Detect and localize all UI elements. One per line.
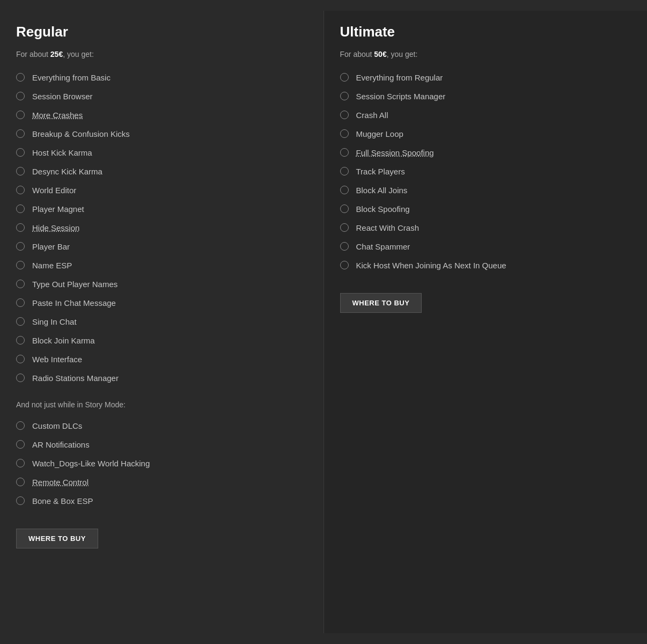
feature-text: Mugger Loop: [356, 128, 403, 140]
feature-text: Custom DLCs: [32, 420, 82, 431]
regular-price: 25€: [50, 50, 63, 58]
feature-text: Remote Control: [32, 477, 89, 488]
list-item: Breakup & Confusion Kicks: [16, 125, 307, 143]
list-item: Bone & Box ESP: [16, 492, 307, 510]
feature-text: React With Crash: [356, 222, 420, 233]
list-item: Everything from Basic: [16, 68, 307, 87]
feature-text: Block Join Karma: [32, 335, 95, 346]
bullet-icon: [340, 129, 349, 138]
list-item: World Editor: [16, 181, 307, 200]
feature-text: Player Bar: [32, 241, 70, 252]
bullet-icon: [16, 186, 25, 194]
list-item: Session Browser: [16, 87, 307, 106]
list-item: Paste In Chat Message: [16, 294, 307, 312]
feature-text: Track Players: [356, 166, 405, 177]
list-item: Remote Control: [16, 473, 307, 492]
bullet-icon: [340, 204, 349, 213]
bullet-icon: [340, 242, 349, 251]
regular-title: Regular: [16, 24, 307, 40]
bullet-icon: [16, 167, 25, 175]
ultimate-subtitle-prefix: For about: [340, 50, 374, 58]
bullet-icon: [340, 92, 349, 100]
regular-column: Regular For about 25€, you get: Everythi…: [0, 11, 324, 633]
feature-text: Web Interface: [32, 354, 82, 365]
bullet-icon: [340, 111, 349, 119]
bullet-icon: [16, 280, 25, 288]
list-item: Block Spoofing: [340, 200, 631, 218]
bullet-icon: [340, 73, 349, 82]
list-item: AR Notifications: [16, 435, 307, 454]
feature-text: Name ESP: [32, 260, 72, 271]
list-item: Session Scripts Manager: [340, 87, 631, 106]
feature-text: AR Notifications: [32, 439, 90, 450]
bullet-icon: [16, 261, 25, 269]
feature-text: Chat Spammer: [356, 241, 410, 252]
bullet-icon: [340, 148, 349, 157]
pricing-container: Regular For about 25€, you get: Everythi…: [0, 0, 647, 644]
regular-where-to-buy-button[interactable]: WHERE TO BUY: [16, 529, 98, 548]
list-item: Sing In Chat: [16, 312, 307, 331]
list-item: Watch_Dogs-Like World Hacking: [16, 454, 307, 473]
feature-text: Player Magnet: [32, 203, 84, 215]
bullet-icon: [16, 478, 25, 486]
feature-text: Hide Session: [32, 222, 79, 233]
list-item: Chat Spammer: [340, 237, 631, 256]
feature-text: Kick Host When Joining As Next In Queue: [356, 260, 506, 271]
list-item: Block All Joins: [340, 181, 631, 200]
feature-text: Desync Kick Karma: [32, 166, 102, 177]
bullet-icon: [16, 440, 25, 449]
list-item: Type Out Player Names: [16, 275, 307, 294]
regular-subtitle: For about 25€, you get:: [16, 50, 307, 58]
feature-text: Everything from Regular: [356, 72, 443, 83]
feature-text: Radio Stations Manager: [32, 372, 119, 384]
bullet-icon: [16, 336, 25, 345]
bullet-icon: [340, 261, 349, 269]
list-item: Player Magnet: [16, 200, 307, 218]
list-item: Block Join Karma: [16, 331, 307, 350]
ultimate-where-to-buy-button[interactable]: WHERE TO BUY: [340, 293, 422, 313]
bullet-icon: [16, 317, 25, 326]
feature-text: Full Session Spoofing: [356, 147, 434, 158]
ultimate-title: Ultimate: [340, 24, 631, 40]
list-item: Hide Session: [16, 218, 307, 237]
list-item: More Crashes: [16, 106, 307, 125]
feature-text: Block Spoofing: [356, 203, 410, 215]
bullet-icon: [16, 374, 25, 382]
ultimate-price: 50€: [374, 50, 386, 58]
feature-text: Block All Joins: [356, 185, 408, 196]
bullet-icon: [16, 204, 25, 213]
list-item: Crash All: [340, 106, 631, 125]
regular-section-note: And not just while in Story Mode:: [16, 400, 307, 409]
bullet-icon: [16, 223, 25, 232]
regular-subtitle-suffix: , you get:: [63, 50, 94, 58]
bullet-icon: [16, 148, 25, 157]
bullet-icon: [16, 129, 25, 138]
feature-text: Session Scripts Manager: [356, 91, 446, 102]
ultimate-subtitle: For about 50€, you get:: [340, 50, 631, 58]
ultimate-subtitle-suffix: , you get:: [387, 50, 418, 58]
list-item: React With Crash: [340, 218, 631, 237]
feature-text: Breakup & Confusion Kicks: [32, 128, 130, 140]
list-item: Host Kick Karma: [16, 143, 307, 162]
list-item: Mugger Loop: [340, 125, 631, 143]
ultimate-feature-list: Everything from RegularSession Scripts M…: [340, 68, 631, 275]
list-item: Everything from Regular: [340, 68, 631, 87]
feature-text: Type Out Player Names: [32, 279, 117, 290]
bullet-icon: [16, 355, 25, 363]
bullet-icon: [340, 223, 349, 232]
list-item: Full Session Spoofing: [340, 143, 631, 162]
feature-text: World Editor: [32, 185, 76, 196]
feature-text: Everything from Basic: [32, 72, 111, 83]
bullet-icon: [16, 111, 25, 119]
feature-text: Crash All: [356, 109, 388, 121]
list-item: Track Players: [340, 162, 631, 181]
bullet-icon: [16, 421, 25, 430]
bullet-icon: [16, 298, 25, 307]
bullet-icon: [340, 167, 349, 175]
bullet-icon: [16, 92, 25, 100]
feature-text: Paste In Chat Message: [32, 297, 116, 309]
bullet-icon: [16, 73, 25, 82]
list-item: Desync Kick Karma: [16, 162, 307, 181]
list-item: Player Bar: [16, 237, 307, 256]
regular-feature-list: Everything from BasicSession BrowserMore…: [16, 68, 307, 387]
